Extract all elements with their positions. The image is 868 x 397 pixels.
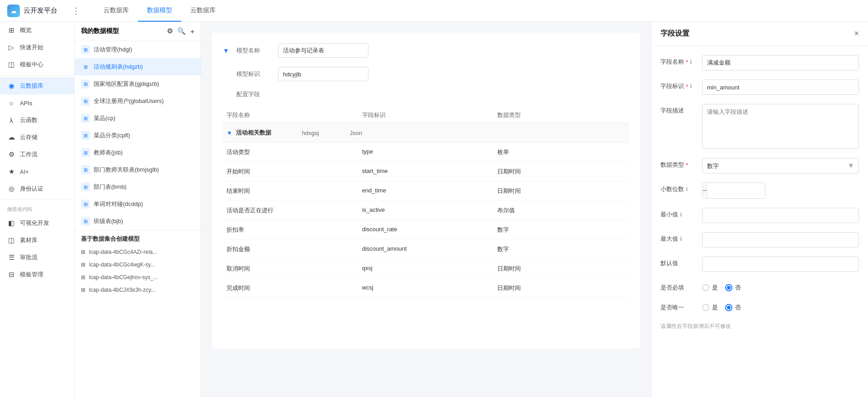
dataset-item-4[interactable]: ⊞ lcap-data-4bCJX9x3h-zcy... [75, 284, 201, 296]
tab-data-model[interactable]: 数据模型 [138, 0, 181, 22]
settings-data-type-row: 数据类型 * 数字 字符串 布尔值 日期时间 枚举 Json ▼ [660, 158, 859, 173]
min-value-info-icon[interactable]: ℹ [680, 211, 682, 218]
more-options-icon[interactable]: ⋮ [72, 6, 80, 16]
field-settings-close-button[interactable]: × [854, 29, 859, 38]
required-yes-item[interactable]: 是 [702, 284, 718, 292]
model-item-bmjsglb[interactable]: ⊞ 部门教师关联表(bmjsglb) [75, 161, 201, 178]
field-row-start-time[interactable]: 开始时间 start_time 日期时间 [223, 162, 629, 182]
field-name-input[interactable] [702, 55, 859, 70]
unique-no-radio[interactable] [725, 304, 732, 311]
settings-field-id-label: 字段标识 * ℹ [660, 79, 697, 90]
dataset-item-1[interactable]: ⊞ lcap-data-4bCGc4AZr-rela... [75, 246, 201, 258]
dataset-item-2[interactable]: ⊞ lcap-data-4bCGc4wgK-sy... [75, 258, 201, 271]
model-item-jsb[interactable]: ⊞ 教师表(jsb) [75, 144, 201, 161]
sidebar-item-quickstart[interactable]: ▷ 快速开始 [0, 39, 74, 56]
sidebar-item-template-mgmt[interactable]: ⊟ 模板管理 [0, 266, 74, 283]
tab-cloud-db-1[interactable]: 云数据库 [94, 0, 138, 22]
field-name-type: 活动类型 [223, 148, 359, 156]
settings-min-value-row: 最小值 ℹ [660, 208, 859, 223]
field-name-start: 开始时间 [223, 168, 359, 176]
required-yes-label: 是 [712, 284, 718, 292]
model-item-icon: ⊞ [81, 148, 90, 157]
tab-cloud-db-2[interactable]: 云数据库 [181, 0, 225, 22]
sidebar-item-workflow[interactable]: ⚙ 工作流 [0, 146, 74, 163]
field-row-is-active[interactable]: 活动是否正在进行 is_active 布尔值 [223, 201, 629, 220]
logo-icon: ☁ [7, 5, 20, 17]
sidebar-item-ai-plus[interactable]: ★ AI+ [0, 163, 74, 180]
decimal-value-input[interactable] [707, 183, 765, 198]
overview-icon: ⊞ [7, 26, 15, 34]
sidebar-item-batch[interactable]: ☰ 审批流 [0, 249, 74, 266]
model-item-label: 活动规则表(hdgzb) [94, 63, 143, 71]
field-desc-textarea[interactable] [702, 104, 859, 149]
dataset-icon: ⊞ [81, 262, 85, 268]
add-model-icon[interactable]: + [190, 28, 194, 35]
required-radio-group: 是 否 [702, 281, 741, 292]
collapse-icon[interactable]: ▼ [223, 47, 229, 54]
required-yes-radio[interactable] [702, 284, 709, 291]
model-id-input[interactable] [278, 67, 368, 81]
model-item-dcddp[interactable]: ⊞ 单词对对碰(dcddp) [75, 196, 201, 213]
model-item-cpfl[interactable]: ⊞ 菜品分类(cpfl) [75, 127, 201, 144]
unique-no-item[interactable]: 否 [725, 304, 741, 312]
default-value-input[interactable] [702, 257, 859, 272]
search-icon[interactable]: 🔍 [177, 27, 186, 35]
field-row-discount-amount[interactable]: 折扣金额 discount_amount 数字 [223, 240, 629, 259]
sidebar-item-cloud-fn[interactable]: λ 云函数 [0, 112, 74, 129]
model-item-bjb[interactable]: ⊞ 班级表(bjb) [75, 213, 201, 230]
group-collapse-icon[interactable]: ▼ [226, 130, 232, 136]
settings-min-value-label: 最小值 ℹ [660, 208, 697, 219]
settings-default-value-label: 默认值 [660, 257, 697, 267]
model-item-gjdqpzb[interactable]: ⊞ 国家地区配置表(gjdqpzb) [75, 75, 201, 93]
field-id-input[interactable] [702, 79, 859, 95]
unique-yes-item[interactable]: 是 [702, 304, 718, 312]
sidebar-item-materials[interactable]: ◫ 素材库 [0, 232, 74, 249]
model-item-globalUsers[interactable]: ⊞ 全球注册用户(globalUsers) [75, 93, 201, 110]
data-type-select[interactable]: 数字 字符串 布尔值 日期时间 枚举 Json [702, 158, 859, 173]
fields-table-header: 字段名称 字段标识 数据类型 [223, 107, 629, 123]
sidebar-label-cloud-db: 云数据库 [20, 82, 43, 90]
min-value-input[interactable] [702, 208, 859, 223]
field-row-discount-rate[interactable]: 折扣率 discount_rate 数字 [223, 220, 629, 240]
sidebar-item-visual-dev[interactable]: ◧ 可视化开发 [0, 215, 74, 232]
sidebar-item-overview[interactable]: ⊞ 概览 [0, 22, 74, 39]
field-row-type[interactable]: 活动类型 type 枚举 [223, 143, 629, 162]
sidebar-item-auth[interactable]: ◎ 身份认证 [0, 180, 74, 197]
model-item-icon: ⊞ [81, 165, 90, 174]
sidebar-item-templates[interactable]: ◫ 模板中心 [0, 56, 74, 73]
sidebar-item-cloud-db[interactable]: ◉ 云数据库 [0, 77, 74, 94]
field-row-cancel-time[interactable]: 取消时间 qxsj 日期时间 [223, 259, 629, 279]
model-name-input[interactable] [278, 43, 368, 58]
model-item-icon: ⊞ [81, 114, 90, 123]
settings-icon[interactable]: ⚙ [167, 27, 173, 35]
field-row-complete-time[interactable]: 完成时间 wcsj 日期时间 [223, 279, 629, 298]
sidebar-item-apis[interactable]: ○ APIs [0, 94, 74, 112]
decimal-minus-button[interactable]: − [703, 183, 707, 198]
decimal-info-icon[interactable]: ℹ [686, 186, 688, 192]
dataset-item-3[interactable]: ⊞ lcap-data-4bCGejhov-sys_... [75, 271, 201, 284]
field-id-info-icon[interactable]: ℹ [690, 83, 692, 89]
model-item-cp[interactable]: ⊞ 菜品(cp) [75, 110, 201, 127]
field-name-amount: 折扣金额 [223, 245, 359, 253]
required-no-radio[interactable] [725, 284, 732, 291]
field-name-complete: 完成时间 [223, 284, 359, 292]
model-item-label: 班级表(bjb) [94, 217, 123, 225]
model-item-label: 菜品分类(cpfl) [94, 131, 130, 140]
unique-yes-radio[interactable] [702, 304, 709, 311]
required-no-item[interactable]: 否 [725, 284, 741, 292]
fields-label: 配置字段 [236, 90, 273, 98]
field-name-info-icon[interactable]: ℹ [690, 59, 692, 65]
model-item-bmb[interactable]: ⊞ 部门表(bmb) [75, 178, 201, 196]
field-settings-body: 字段名称 * ℹ 字段标识 * ℹ 字段描述 [651, 46, 868, 339]
model-item-hdgl[interactable]: ⊞ 活动管理(hdgl) [75, 41, 201, 58]
model-item-icon: ⊞ [81, 97, 90, 106]
max-value-info-icon[interactable]: ℹ [680, 236, 682, 242]
model-name-row: ▼ 模型名称 [223, 43, 629, 58]
max-value-input[interactable] [702, 232, 859, 248]
model-item-label: 部门教师关联表(bmjsglb) [94, 166, 159, 174]
field-row-end-time[interactable]: 结束时间 end_time 日期时间 [223, 182, 629, 201]
field-type-end: 日期时间 [494, 187, 629, 195]
sidebar-item-cloud-storage[interactable]: ☁ 云存储 [0, 129, 74, 146]
field-type-type: 枚举 [494, 148, 629, 156]
model-item-hdgzb[interactable]: ⊞ 活动规则表(hdgzb) [75, 58, 201, 75]
